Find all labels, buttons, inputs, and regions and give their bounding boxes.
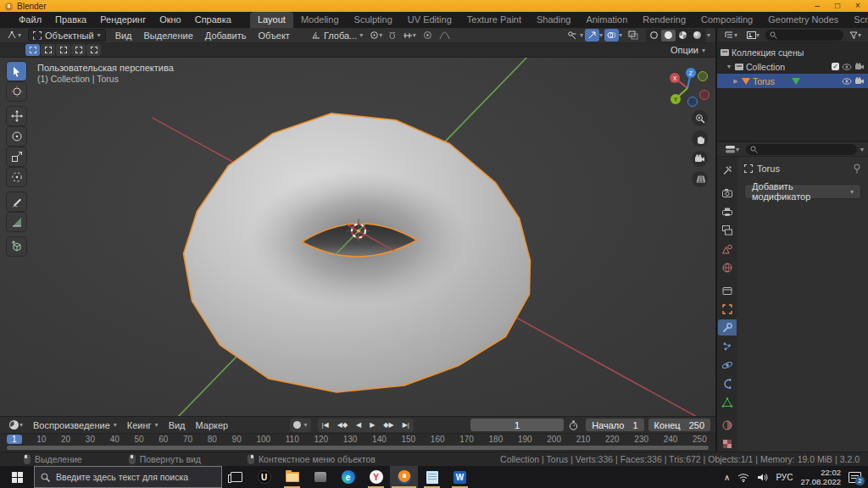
shading-wireframe-button[interactable] — [647, 30, 661, 42]
frame-start-field[interactable]: Начало1 — [586, 419, 643, 431]
use-preview-range-button[interactable] — [565, 419, 581, 432]
shading-material-button[interactable] — [676, 30, 690, 42]
maximize-button[interactable]: □ — [827, 0, 848, 12]
tool-cursor[interactable] — [7, 82, 26, 101]
play-button[interactable]: ▶ — [365, 419, 379, 432]
tab-world[interactable] — [718, 259, 737, 275]
mode-selector[interactable]: Объектный ▾ — [28, 29, 106, 42]
jump-to-start-button[interactable]: |◀ — [318, 419, 333, 432]
frame-end-field[interactable]: Конец250 — [648, 419, 710, 431]
select-mode-intersect[interactable] — [86, 44, 101, 56]
overlays-toggle[interactable] — [604, 29, 619, 42]
tab-uv-editing[interactable]: UV Editing — [400, 12, 459, 28]
outliner-filter-collection-button[interactable]: ▾ — [743, 28, 763, 42]
shading-rendered-button[interactable] — [690, 30, 704, 42]
tool-select-box[interactable] — [7, 62, 26, 80]
tab-material[interactable] — [718, 417, 737, 433]
tab-scripting[interactable]: Scripting — [846, 12, 868, 28]
frame-tick[interactable]: 230 — [634, 435, 648, 444]
tab-sculpting[interactable]: Sculpting — [347, 12, 400, 28]
frame-tick[interactable]: 160 — [431, 435, 445, 444]
frame-tick[interactable]: 190 — [518, 435, 532, 444]
outliner-row-torus[interactable]: ▶ Torus — [717, 74, 868, 88]
tab-collection[interactable] — [718, 282, 737, 298]
tab-layout[interactable]: Layout — [250, 12, 293, 28]
snap-dropdown[interactable]: ▾ — [399, 29, 420, 42]
marker-menu[interactable]: Маркер — [191, 420, 234, 430]
zoom-view-button[interactable] — [692, 110, 708, 126]
minimize-button[interactable]: – — [807, 0, 827, 12]
proportional-falloff-dropdown[interactable] — [436, 29, 453, 42]
view-menu[interactable]: Вид — [164, 420, 191, 430]
transform-orientation-dropdown[interactable]: Глоба...▾ — [308, 29, 366, 42]
taskbar-search[interactable]: Введите здесь текст для поиска — [34, 466, 222, 488]
tab-modifiers[interactable] — [718, 319, 737, 336]
next-keyframe-button[interactable]: ◆▶ — [379, 419, 398, 432]
frame-tick[interactable]: 50 — [134, 435, 143, 444]
menu-item[interactable]: Окно — [153, 12, 188, 28]
language-indicator[interactable]: РУС — [776, 473, 793, 482]
app-word[interactable]: W — [446, 466, 474, 488]
tab-scene[interactable] — [718, 241, 737, 257]
frame-tick[interactable]: 100 — [256, 435, 270, 444]
start-button[interactable] — [0, 466, 34, 488]
tab-output[interactable] — [718, 203, 737, 219]
properties-search[interactable] — [746, 144, 857, 155]
orthographic-toggle-button[interactable] — [692, 171, 708, 187]
menu-item[interactable]: Справка — [188, 12, 238, 28]
shading-solid-button[interactable] — [661, 30, 676, 42]
frame-tick[interactable]: 210 — [576, 435, 591, 444]
gizmos-toggle[interactable] — [585, 29, 599, 42]
tab-render[interactable] — [718, 185, 737, 201]
add-modifier-button[interactable]: Добавить модификатор ▾ — [744, 184, 861, 199]
current-frame-field[interactable]: 1 — [470, 419, 564, 431]
tool-transform[interactable] — [7, 168, 26, 186]
action-center-icon[interactable]: 2 — [849, 472, 861, 483]
frame-tick[interactable]: 110 — [286, 435, 299, 444]
frame-tick[interactable]: 150 — [401, 435, 415, 444]
viewport-menu-item[interactable]: Объект — [252, 28, 295, 43]
viewport-3d[interactable]: Пользовательская перспектива (1) Collect… — [0, 58, 715, 416]
outliner-search-input[interactable] — [780, 30, 839, 40]
select-mode-extend[interactable] — [41, 44, 55, 56]
frame-tick[interactable]: 220 — [605, 435, 620, 444]
wifi-icon[interactable] — [737, 473, 749, 482]
frame-tick[interactable]: 140 — [372, 435, 387, 444]
frame-tick[interactable]: 70 — [183, 435, 192, 444]
options-dropdown[interactable]: Опции▾ — [665, 45, 710, 55]
frame-tick[interactable]: 90 — [232, 435, 242, 444]
menu-item[interactable]: Файл — [12, 12, 48, 28]
tab-shading[interactable]: Shading — [529, 12, 578, 28]
viewport-menu-item[interactable]: Вид — [109, 28, 138, 43]
volume-icon[interactable] — [757, 473, 768, 482]
menu-item[interactable]: Рендеринг — [93, 12, 153, 28]
record-button[interactable] — [293, 421, 301, 429]
tab-object[interactable] — [718, 301, 737, 317]
tool-rotate[interactable] — [7, 127, 26, 146]
disable-render-icon[interactable] — [854, 77, 865, 85]
tab-geometry-nodes[interactable]: Geometry Nodes — [760, 12, 846, 28]
pivot-point-dropdown[interactable]: ▾ — [366, 29, 386, 42]
playback-menu[interactable]: Воспроизведение▾ — [28, 420, 122, 430]
timeline-ruler[interactable]: 1102030405060708090100110120130140150160… — [0, 433, 715, 444]
select-mode-invert[interactable] — [71, 44, 86, 56]
app-unreal[interactable]: U — [250, 466, 278, 488]
proportional-edit-toggle[interactable] — [420, 29, 436, 42]
frame-tick[interactable]: 30 — [86, 435, 95, 444]
viewport-menu-item[interactable]: Выделение — [138, 28, 199, 43]
frame-tick[interactable]: 240 — [664, 435, 678, 444]
tab-texture-paint[interactable]: Texture Paint — [459, 12, 529, 28]
scene-canvas[interactable] — [0, 58, 715, 416]
tab-rendering[interactable]: Rendering — [635, 12, 693, 28]
pan-view-button[interactable] — [692, 130, 708, 147]
app-notepad[interactable] — [418, 466, 446, 488]
tab-texture[interactable] — [718, 435, 737, 452]
app-yandex[interactable]: Y — [362, 466, 390, 488]
outliner-row-collection[interactable]: ▼ Collection ✓ — [717, 59, 868, 74]
hide-viewport-icon[interactable] — [842, 64, 852, 70]
frame-tick[interactable]: 1 — [7, 435, 22, 444]
tab-particles[interactable] — [718, 338, 737, 354]
hide-viewport-icon[interactable] — [842, 78, 852, 85]
app-edge[interactable]: e — [334, 466, 362, 488]
tab-physics[interactable] — [718, 357, 737, 373]
